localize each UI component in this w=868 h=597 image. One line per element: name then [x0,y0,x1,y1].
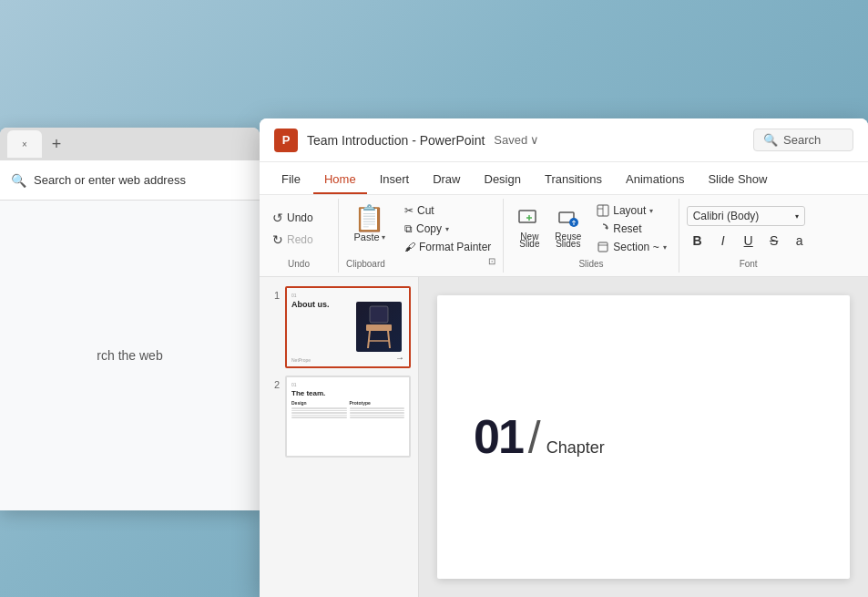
slides-group-label: Slides [578,255,603,269]
tab-animations[interactable]: Animations [615,165,695,194]
search-input[interactable]: Search [783,133,821,147]
tab-slideshow[interactable]: Slide Show [697,165,778,194]
clipboard-small-buttons: ✂ Cut ⧉ Copy ▾ 🖌 Format Painter [400,202,495,255]
reuse-slides-button[interactable]: Reuse Slides [549,202,587,252]
slide-2-content: 01 The team. Design [287,377,409,456]
new-slide-button[interactable]: New Slide [511,202,547,252]
svg-line-15 [388,331,390,348]
clipboard-expand-icon[interactable]: ⊡ [488,256,495,266]
slides-panel: 1 01 About us. [260,277,419,597]
section-label: Section ~ [613,241,659,253]
paste-dropdown-icon[interactable]: ▾ [382,233,385,242]
tab-close-icon[interactable]: × [18,138,31,150]
svg-rect-0 [519,211,536,222]
cut-icon: ✂ [404,204,414,217]
reset-icon [597,222,609,235]
slide-thumb-2[interactable]: 01 The team. Design [285,376,411,458]
format-painter-button[interactable]: 🖌 Format Painter [400,239,495,255]
thumb2-col-design-title: Design [291,400,347,406]
thumb2-col-prototype: Prototype [350,400,405,418]
slide-thumb-1[interactable]: 01 About us. [285,286,411,368]
thumb1-arrow-icon: → [395,353,404,363]
format-painter-icon: 🖌 [404,241,415,253]
browser-tab-bar: × + [0,128,260,160]
reuse-slides-icon [556,206,581,232]
thumb2-col-design: Design [291,400,347,418]
copy-dropdown-icon[interactable]: ▾ [445,225,449,233]
thumb2-num: 01 [291,382,404,387]
redo-button[interactable]: ↻ Redo [267,230,331,250]
slide-thumb-container-1: 1 01 About us. [267,286,411,368]
slide-content-area: 01 / Chapter [419,277,868,597]
copy-button[interactable]: ⧉ Copy ▾ [400,221,495,237]
new-tab-button[interactable]: + [46,133,67,155]
address-search-icon: 🔍 [11,173,26,188]
browser-content-area: rch the web [0,201,260,510]
font-format-row: B I U S a [687,230,811,252]
layout-label: Layout [613,204,646,217]
tab-design[interactable]: Design [474,165,532,194]
chapter-label: Chapter [546,438,605,458]
reset-button[interactable]: Reset [592,221,670,237]
slide-1-content: 01 About us. [287,288,409,366]
underline-button[interactable]: U [738,230,760,252]
browser-tab[interactable]: × [7,130,42,158]
more-font-button[interactable]: a [789,230,811,252]
section-icon [597,241,609,253]
undo-group-label: Undo [288,255,310,269]
undo-group: ↺ Undo ↻ Redo Undo [260,199,339,273]
paste-icon: 📋 [353,206,385,232]
thumb1-chair-image [356,302,402,352]
svg-rect-13 [366,324,392,331]
font-group-label: Font [740,255,758,269]
clipboard-group-label: Clipboard [346,255,385,269]
search-icon: 🔍 [763,133,778,147]
strikethrough-button[interactable]: S [763,230,785,252]
chapter-number: 01 [474,413,523,460]
clipboard-group: 📋 Paste ▾ ✂ Cut ⧉ Copy ▾ [339,199,504,273]
tab-home[interactable]: Home [313,165,367,194]
undo-button[interactable]: ↺ Undo [267,208,331,228]
ppt-logo: P [274,129,298,152]
cut-button[interactable]: ✂ Cut [400,202,495,219]
tab-draw[interactable]: Draw [422,165,471,194]
bold-button[interactable]: B [687,230,709,252]
font-dropdown-icon: ▾ [795,212,799,221]
search-box[interactable]: 🔍 Search [753,129,853,151]
slides-right-buttons: Layout ▾ Reset [592,202,670,255]
layout-button[interactable]: Layout ▾ [592,202,670,219]
paste-label: Paste [353,232,379,242]
undo-label: Undo [287,211,313,224]
main-slide: 01 / Chapter [437,295,850,579]
title-bar: P Team Introduction - PowerPoint Saved ∨… [260,118,868,162]
reset-label: Reset [613,222,641,235]
saved-dropdown-btn[interactable]: ∨ [530,133,539,147]
redo-label: Redo [287,233,313,246]
slide-number-2: 2 [267,379,280,390]
main-area: 1 01 About us. [260,277,868,597]
search-web-label: rch the web [97,348,162,363]
thumb1-footer: NetPrope [291,357,311,363]
cut-label: Cut [417,204,434,217]
section-button[interactable]: Section ~ ▾ [592,239,670,255]
saved-status: Saved ∨ [494,133,539,147]
svg-line-14 [368,331,370,348]
paste-button[interactable]: 📋 Paste ▾ [346,202,393,255]
browser-window: × + 🔍 Search or enter web address rch th… [0,128,260,510]
tab-insert[interactable]: Insert [369,165,421,194]
font-dropdown[interactable]: Calibri (Body) ▾ [687,206,805,226]
slides-group: New Slide Reuse Slides [504,199,679,273]
layout-icon [597,204,609,217]
tab-transitions[interactable]: Transitions [534,165,613,194]
italic-button[interactable]: I [712,230,734,252]
font-group: Calibri (Body) ▾ B I U S a Font [679,199,818,273]
tab-file[interactable]: File [271,165,311,194]
thumb1-header: 01 [291,293,404,298]
address-bar-input[interactable]: Search or enter web address [34,173,249,187]
powerpoint-window: P Team Introduction - PowerPoint Saved ∨… [260,118,868,597]
copy-icon: ⧉ [404,222,413,235]
ribbon-tabs: File Home Insert Draw Design Transitions… [260,162,868,195]
thumb2-col-prototype-title: Prototype [350,400,405,406]
copy-label: Copy [416,222,442,235]
undo-icon: ↺ [272,211,283,225]
